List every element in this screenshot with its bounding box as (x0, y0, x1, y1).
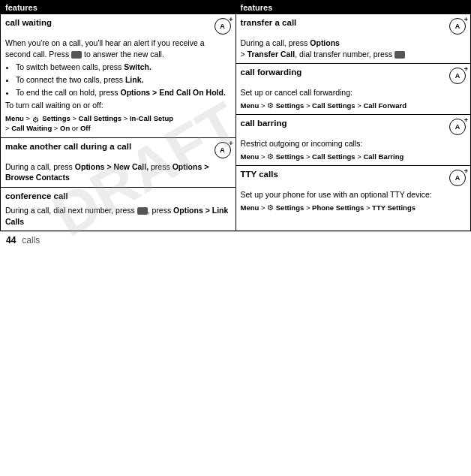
tty-calls-icon: + (449, 170, 466, 186)
call-waiting-bullets: To switch between calls, press Switch. T… (16, 62, 231, 98)
call-forwarding-title-row: call forwarding + (236, 64, 471, 86)
call-barring-row: call barring + Restrict outgoing or inco… (236, 115, 471, 166)
call-waiting-body: When you're on a call, you'll hear an al… (1, 36, 236, 137)
make-another-call-body: During a call, press Options > New Call,… (1, 160, 236, 187)
options-new-call-label: Options > New Call, (75, 162, 148, 171)
left-header-text: features (5, 3, 38, 12)
call-waiting-menu-path: Menu > ⚙ Settings > Call Settings > In-C… (5, 113, 231, 134)
make-another-call-title-row: make another call during a call + (1, 138, 236, 160)
page-number: 44 (6, 235, 16, 246)
right-column: features transfer a call + During a call… (236, 1, 471, 230)
main-table: features call waiting + When you're on a… (0, 0, 471, 231)
call-forwarding-title: call forwarding (241, 67, 447, 78)
footer: 44 calls (0, 231, 471, 249)
link-label: Link. (125, 75, 144, 84)
phone-button-icon-2 (137, 207, 148, 215)
right-column-header: features (236, 1, 471, 14)
bullet-link: To connect the two calls, press Link. (16, 74, 231, 86)
call-barring-icon: + (449, 119, 466, 135)
call-waiting-desc: When you're on a call, you'll hear an al… (5, 38, 231, 59)
transfer-call-title-row: transfer a call + (236, 14, 471, 36)
conference-call-title-row: conference call (1, 188, 236, 203)
call-barring-title-row: call barring + (236, 115, 471, 137)
transfer-call-body: During a call, press Options> Transfer C… (236, 36, 471, 63)
conference-call-desc: During a call, dial next number, press ,… (5, 205, 231, 227)
tty-calls-title: TTY calls (241, 169, 447, 180)
call-forwarding-body: Set up or cancel call forwarding: Menu >… (236, 86, 471, 114)
settings-gear-icon-4: ⚙ (267, 203, 274, 212)
plus-mark-6: + (464, 167, 468, 175)
call-barring-title: call barring (241, 118, 447, 129)
end-hold-label: Options > End Call On Hold. (121, 88, 226, 97)
transfer-call-desc: During a call, press Options> Transfer C… (241, 38, 466, 59)
make-another-call-icon: + (214, 142, 231, 158)
transfer-call-label: Transfer Call (248, 50, 296, 59)
right-header-text: features (241, 3, 273, 12)
settings-gear-icon-3: ⚙ (267, 152, 274, 161)
bullet-end-hold: To end the call on hold, press Options >… (16, 87, 231, 98)
phone-button-icon (71, 51, 82, 59)
transfer-call-icon: + (449, 18, 466, 35)
call-waiting-turn-on: To turn call waiting on or off: (5, 100, 231, 111)
call-forwarding-desc: Set up or cancel call forwarding: (241, 87, 466, 98)
call-barring-desc: Restrict outgoing or incoming calls: (241, 138, 466, 149)
call-forwarding-menu-path: Menu > ⚙ Settings > Call Settings > Call… (241, 101, 466, 110)
make-another-call-desc: During a call, press Options > New Call,… (5, 161, 231, 183)
conference-call-row: conference call During a call, dial next… (1, 188, 236, 230)
tty-calls-desc: Set up your phone for use with an option… (241, 189, 466, 200)
call-barring-menu-path: Menu > ⚙ Settings > Call Settings > Call… (241, 152, 466, 161)
call-waiting-title-row: call waiting + (1, 14, 236, 36)
tty-calls-body: Set up your phone for use with an option… (236, 188, 471, 216)
left-column: features call waiting + When you're on a… (1, 1, 236, 230)
plus-mark-4: + (464, 65, 468, 73)
make-another-call-title: make another call during a call (5, 141, 212, 152)
left-column-header: features (1, 1, 236, 14)
call-waiting-title: call waiting (5, 17, 212, 29)
call-forwarding-icon: + (449, 68, 466, 84)
conference-call-body: During a call, dial next number, press ,… (1, 203, 236, 230)
plus-mark-5: + (464, 116, 468, 124)
plus-mark: + (229, 16, 232, 23)
transfer-call-row: transfer a call + During a call, press O… (236, 14, 471, 64)
phone-button-icon-3 (394, 51, 405, 59)
settings-gear-icon-2: ⚙ (267, 101, 274, 110)
switch-label: Switch. (124, 62, 152, 71)
transfer-call-title: transfer a call (241, 17, 447, 29)
settings-gear-icon-1: ⚙ (32, 115, 40, 123)
call-waiting-icon: + (214, 18, 231, 35)
tty-calls-row: TTY calls + Set up your phone for use wi… (236, 166, 471, 216)
plus-mark-2: + (229, 140, 232, 147)
tty-calls-menu-path: Menu > ⚙ Settings > Phone Settings > TTY… (241, 203, 466, 212)
bullet-switch: To switch between calls, press Switch. (16, 62, 231, 73)
conference-call-title: conference call (5, 191, 231, 202)
plus-mark-3: + (464, 16, 468, 23)
call-waiting-row: call waiting + When you're on a call, yo… (1, 14, 236, 138)
call-barring-body: Restrict outgoing or incoming calls: Men… (236, 137, 471, 165)
footer-label: calls (22, 235, 40, 246)
options-link-calls-label: Options > Link Calls (5, 206, 228, 226)
tty-calls-title-row: TTY calls + (236, 166, 471, 188)
options-label: Options (310, 38, 340, 47)
call-forwarding-row: call forwarding + Set up or cancel call … (236, 64, 471, 115)
make-another-call-row: make another call during a call + During… (1, 138, 236, 188)
